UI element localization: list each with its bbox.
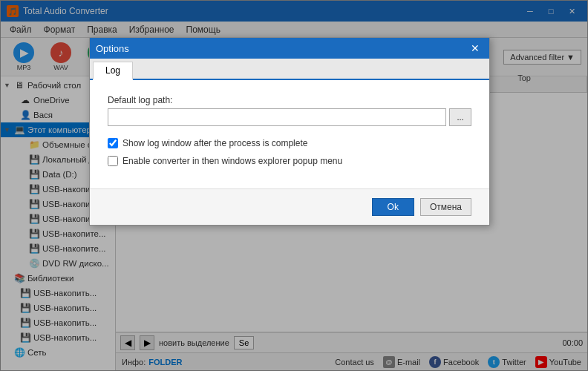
dialog-tabs: Log bbox=[90, 59, 489, 80]
dialog-footer: Ok Отмена bbox=[90, 188, 489, 225]
show-log-checkbox[interactable] bbox=[108, 138, 118, 148]
options-dialog: Options ✕ Log Default log path: ... Show… bbox=[89, 37, 490, 226]
log-path-group: Default log path: ... bbox=[108, 95, 471, 126]
dialog-overlay: Options ✕ Log Default log path: ... Show… bbox=[0, 0, 588, 371]
enable-converter-label: Enable converter in then windows explore… bbox=[122, 156, 342, 166]
dialog-body: Default log path: ... Show log window af… bbox=[90, 80, 489, 188]
browse-button[interactable]: ... bbox=[449, 108, 471, 126]
tab-log[interactable]: Log bbox=[93, 62, 133, 80]
log-path-label: Default log path: bbox=[108, 95, 471, 105]
cancel-button[interactable]: Отмена bbox=[420, 198, 471, 216]
enable-converter-checkbox-row: Enable converter in then windows explore… bbox=[108, 156, 471, 166]
path-input-row: ... bbox=[108, 108, 471, 126]
ok-button[interactable]: Ok bbox=[372, 198, 414, 216]
dialog-title: Options bbox=[96, 43, 467, 54]
enable-converter-checkbox[interactable] bbox=[108, 156, 118, 166]
dialog-title-bar: Options ✕ bbox=[90, 38, 489, 59]
top-label: Top bbox=[517, 73, 531, 82]
log-path-input[interactable] bbox=[108, 108, 446, 126]
show-log-checkbox-row: Show log window after the process is com… bbox=[108, 138, 471, 148]
show-log-label: Show log window after the process is com… bbox=[122, 138, 307, 148]
dialog-close-button[interactable]: ✕ bbox=[467, 41, 483, 56]
